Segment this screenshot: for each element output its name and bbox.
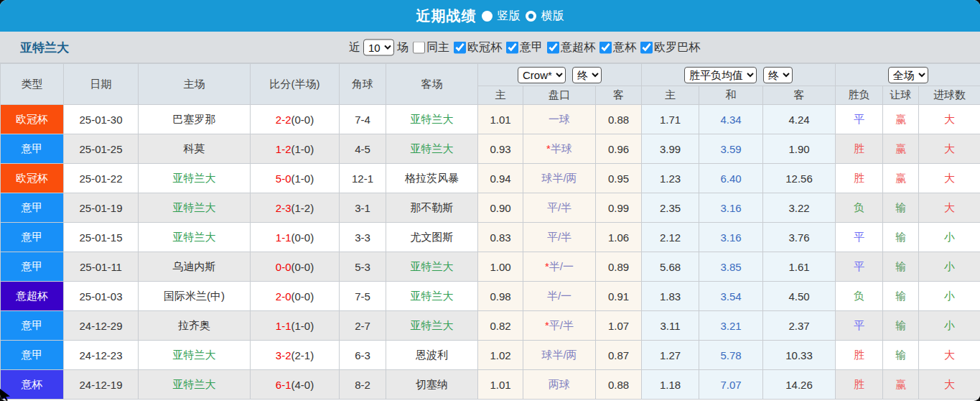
bookmaker-final-select[interactable]: 终 (572, 67, 602, 83)
col-header-result-goals: 进球数 (919, 86, 980, 105)
results-table: 类型 日期 主场 比分(半场) 角球 客场 Crow* 终 胜平负均值 终 (0, 63, 980, 400)
match-count-select[interactable]: 10 (363, 39, 394, 55)
mean-home: 1.18 (642, 370, 699, 400)
league-checkbox-europa[interactable] (640, 41, 653, 53)
halftime-score: (1-0) (291, 320, 314, 332)
same-home-checkbox[interactable] (413, 41, 425, 53)
league-label-supercup: 意超杯 (561, 40, 595, 55)
result-handicap: 输 (883, 311, 919, 341)
score-cell: 2-0(0-0) (251, 282, 340, 311)
home-odds: 0.94 (478, 164, 523, 193)
away-team: 那不勒斯 (386, 193, 478, 223)
mean-away: 4.50 (763, 282, 836, 311)
result-wdl: 负 (836, 193, 883, 223)
team-name: 亚特兰大 (20, 39, 69, 55)
home-team: 亚特兰大 (139, 164, 251, 193)
fulltime-score: 1-2 (276, 143, 291, 155)
near-label: 近 (349, 40, 360, 55)
score-cell: 3-2(2-1) (251, 341, 340, 370)
horizontal-radio-label[interactable]: 横版 (541, 9, 564, 24)
league-checkbox-coppa[interactable] (599, 41, 612, 53)
corner-cell: 6-3 (340, 341, 386, 370)
mean-draw: 6.40 (699, 164, 763, 193)
home-team: 亚特兰大 (139, 370, 251, 400)
vertical-radio-label[interactable]: 竖版 (498, 9, 521, 24)
mean-home: 5.68 (642, 252, 699, 282)
table-row: 意杯24-12-19亚特兰大6-1(4-0)8-2切塞纳1.01两球0.881.… (1, 370, 980, 400)
league-badge: 意甲 (1, 311, 64, 341)
mean-home: 1.71 (642, 105, 699, 134)
result-goals: 大 (919, 370, 980, 400)
league-checkbox-ucl[interactable] (454, 41, 466, 53)
result-goals: 小 (919, 252, 980, 282)
league-checkbox-supercup[interactable] (547, 41, 559, 53)
league-badge: 欧冠杯 (1, 105, 64, 134)
vertical-radio[interactable] (482, 11, 493, 22)
table-row: 意甲24-12-23亚特兰大3-2(2-1)6-3恩波利1.02球半/两0.87… (1, 341, 980, 370)
odds-group-header: Crow* 终 (478, 64, 642, 86)
horizontal-radio[interactable] (526, 11, 536, 22)
result-wdl: 平 (836, 105, 883, 134)
result-handicap: 输 (883, 341, 919, 370)
bookmaker-select[interactable]: Crow* (518, 67, 566, 83)
handicap-star: * (545, 319, 549, 331)
away-team: 亚特兰大 (386, 282, 478, 311)
halftime-score: (0-0) (291, 261, 314, 273)
fulltime-score: 5-0 (276, 172, 291, 185)
header-select-row: 类型 日期 主场 比分(半场) 角球 客场 Crow* 终 胜平负均值 终 (1, 64, 980, 86)
away-odds: 0.87 (596, 341, 642, 370)
mean-away: 1.61 (763, 252, 836, 282)
halftime-score: (1-0) (291, 172, 314, 185)
home-odds: 1.01 (478, 370, 523, 400)
result-wdl: 平 (836, 252, 883, 282)
result-goals: 小 (919, 282, 980, 311)
result-handicap: 赢 (883, 105, 919, 134)
result-wdl: 平 (836, 311, 883, 341)
scope-group-header: 全场 (836, 64, 980, 86)
away-team: 恩波利 (386, 341, 478, 370)
result-handicap: 输 (883, 193, 919, 223)
corner-cell: 3-1 (340, 193, 386, 223)
mean-select[interactable]: 胜平负均值 (684, 67, 757, 83)
mean-home: 1.27 (642, 341, 699, 370)
handicap-star: * (545, 260, 549, 272)
match-date: 25-01-25 (64, 134, 139, 164)
recent-results-panel: 近期战绩 竖版 横版 亚特兰大 近 10 场 同主 欧冠杯 意甲 意超杯 意杯 … (0, 0, 980, 401)
away-team: 亚特兰大 (386, 252, 478, 282)
score-cell: 1-1(0-0) (251, 223, 340, 252)
match-date: 25-01-22 (64, 164, 139, 193)
scope-select[interactable]: 全场 (888, 67, 928, 83)
mean-draw: 3.16 (699, 193, 763, 223)
halftime-score: (0-0) (291, 290, 314, 303)
away-odds: 0.89 (596, 252, 642, 282)
fulltime-score: 1-1 (276, 320, 291, 332)
mean-draw: 3.85 (699, 252, 763, 282)
league-badge: 意超杯 (1, 282, 64, 311)
col-header-odds-home: 主 (478, 86, 523, 105)
col-header-odds-handicap: 盘口 (523, 86, 596, 105)
home-team: 亚特兰大 (139, 341, 251, 370)
corner-cell: 3-3 (340, 223, 386, 252)
panel-title: 近期战绩 (416, 6, 477, 26)
mean-away: 12.56 (763, 164, 836, 193)
col-header-result-wdl: 胜负 (836, 86, 883, 105)
handicap-cell: 半/一 (523, 282, 596, 311)
corner-cell: 4-5 (340, 134, 386, 164)
mean-draw: 3.21 (699, 311, 763, 341)
fulltime-score: 6-1 (276, 379, 291, 391)
col-header-odds-away: 客 (596, 86, 642, 105)
filter-bar: 亚特兰大 近 10 场 同主 欧冠杯 意甲 意超杯 意杯 欧罗巴杯 (0, 32, 980, 63)
col-header-mean-away: 客 (763, 86, 836, 105)
fulltime-score: 1-1 (276, 231, 291, 244)
mean-final-select[interactable]: 终 (763, 67, 793, 83)
away-team: 格拉茨风暴 (386, 164, 478, 193)
home-odds: 0.98 (478, 282, 523, 311)
corner-cell: 7-4 (340, 105, 386, 134)
league-badge: 意甲 (1, 134, 64, 164)
mean-home: 1.23 (642, 164, 699, 193)
league-checkbox-seriea[interactable] (506, 41, 518, 53)
mean-group-header: 胜平负均值 终 (642, 64, 836, 86)
col-header-result-handicap: 让球 (883, 86, 919, 105)
mean-home: 2.12 (642, 223, 699, 252)
table-row: 欧冠杯25-01-30巴塞罗那2-2(0-0)7-4亚特兰大1.01一球0.88… (1, 105, 980, 134)
